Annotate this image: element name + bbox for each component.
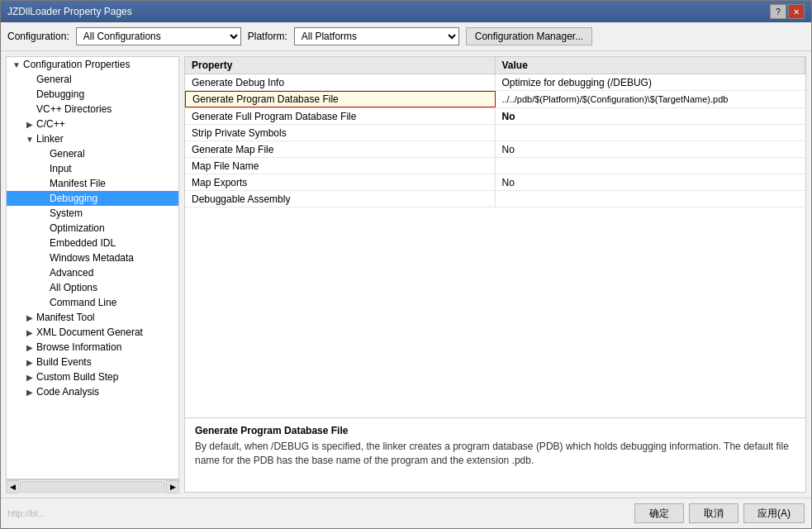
help-button[interactable]: ? xyxy=(770,4,786,19)
tree-item-debugging[interactable]: Debugging xyxy=(7,87,178,102)
tree-label-build-events: Build Events xyxy=(36,356,92,368)
tree-label-linker-windows-metadata: Windows Metadata xyxy=(50,252,134,264)
tree-label-linker-input: Input xyxy=(50,163,72,174)
scroll-left-button[interactable]: ◀ xyxy=(6,480,19,493)
prop-name-5: Map File Name xyxy=(185,158,496,174)
tree-item-config-props[interactable]: ▼Configuration Properties xyxy=(7,57,178,72)
cancel-button[interactable]: 取消 xyxy=(689,503,738,523)
prop-value-4: No xyxy=(496,141,806,157)
tree-item-manifest-tool[interactable]: ▶Manifest Tool xyxy=(7,310,178,325)
prop-value-2: No xyxy=(496,108,806,124)
tree-label-vc-dirs: VC++ Directories xyxy=(36,103,112,115)
ok-button[interactable]: 确定 xyxy=(634,503,684,523)
watermark: http://bl... xyxy=(7,508,45,518)
main-content: ▼Configuration PropertiesGeneralDebuggin… xyxy=(1,51,811,498)
prop-name-4: Generate Map File xyxy=(185,141,496,157)
tree-item-linker-windows-metadata[interactable]: Windows Metadata xyxy=(7,250,178,265)
tree-expander-xml-document[interactable]: ▶ xyxy=(23,328,36,337)
property-grid: PropertyValueGenerate Debug InfoOptimize… xyxy=(184,56,806,418)
tree-label-code-analysis: Code Analysis xyxy=(36,386,99,398)
tree-expander-cpp[interactable]: ▶ xyxy=(23,120,36,129)
scroll-right-button[interactable]: ▶ xyxy=(166,480,179,493)
tree-item-xml-document[interactable]: ▶XML Document Generat xyxy=(7,325,178,340)
title-bar-buttons: ? ✕ xyxy=(770,4,805,19)
prop-name-1: Generate Program Database File xyxy=(185,91,496,107)
property-pages-window: JZDllLoader Property Pages ? ✕ Configura… xyxy=(0,0,812,529)
tree-item-linker-debugging[interactable]: Debugging xyxy=(7,191,178,206)
toolbar: Configuration: All Configurations Platfo… xyxy=(1,22,811,51)
tree-item-linker-all-options[interactable]: All Options xyxy=(7,280,178,295)
prop-name-3: Strip Private Symbols xyxy=(185,125,496,141)
tree-label-linker-optimization: Optimization xyxy=(50,222,105,234)
tree-label-debugging: Debugging xyxy=(36,88,84,100)
tree-label-browse-info: Browse Information xyxy=(36,341,121,353)
tree-label-general: General xyxy=(36,74,72,85)
tree-item-linker[interactable]: ▼Linker xyxy=(7,131,178,146)
tree-item-linker-optimization[interactable]: Optimization xyxy=(7,221,178,236)
tree-expander-build-events[interactable]: ▶ xyxy=(23,358,36,367)
left-panel-container: ▼Configuration PropertiesGeneralDebuggin… xyxy=(6,56,179,493)
tree-item-code-analysis[interactable]: ▶Code Analysis xyxy=(7,384,178,399)
horizontal-scrollbar[interactable] xyxy=(20,481,165,493)
apply-button[interactable]: 应用(A) xyxy=(743,503,805,523)
tree-expander-custom-build[interactable]: ▶ xyxy=(23,373,36,382)
prop-grid-header: PropertyValue xyxy=(185,57,805,74)
tree-expander-linker[interactable]: ▼ xyxy=(23,135,36,144)
right-panel: PropertyValueGenerate Debug InfoOptimize… xyxy=(184,56,806,493)
prop-name-2: Generate Full Program Database File xyxy=(185,108,496,124)
tree-label-linker-embedded-idl: Embedded IDL xyxy=(50,237,116,249)
tree-label-linker-debugging: Debugging xyxy=(50,193,97,204)
prop-row-1[interactable]: Generate Program Database File../../pdb/… xyxy=(185,91,805,108)
tree-item-linker-manifest[interactable]: Manifest File xyxy=(7,176,178,191)
config-dropdown[interactable]: All Configurations xyxy=(76,27,241,45)
tree-label-linker-command-line: Command Line xyxy=(50,297,116,308)
config-manager-button[interactable]: Configuration Manager... xyxy=(466,27,592,45)
prop-row-7[interactable]: Debuggable Assembly xyxy=(185,191,805,207)
tree-item-general[interactable]: General xyxy=(7,72,178,87)
prop-row-3[interactable]: Strip Private Symbols xyxy=(185,125,805,141)
prop-row-2[interactable]: Generate Full Program Database FileNo xyxy=(185,108,805,125)
tree-expander-code-analysis[interactable]: ▶ xyxy=(23,388,36,397)
tree-item-linker-command-line[interactable]: Command Line xyxy=(7,295,178,310)
tree-item-linker-advanced[interactable]: Advanced xyxy=(7,265,178,280)
prop-value-1: ../../pdb/$(Platform)/$(Configuration)\$… xyxy=(496,91,806,107)
close-button[interactable]: ✕ xyxy=(788,4,805,19)
prop-value-3 xyxy=(496,125,806,141)
prop-name-0: Generate Debug Info xyxy=(185,74,496,90)
tree-item-linker-input[interactable]: Input xyxy=(7,161,178,176)
prop-header-cell-0: Property xyxy=(185,57,496,74)
watermark-area: http://bl... xyxy=(7,508,629,519)
tree-label-manifest-tool: Manifest Tool xyxy=(36,312,94,323)
tree-label-linker-system: System xyxy=(50,207,83,219)
tree-item-linker-embedded-idl[interactable]: Embedded IDL xyxy=(7,236,178,250)
tree-label-linker-all-options: All Options xyxy=(50,282,97,293)
platform-dropdown[interactable]: All Platforms xyxy=(294,27,459,45)
tree-label-linker-manifest: Manifest File xyxy=(50,178,106,189)
tree-item-custom-build[interactable]: ▶Custom Build Step xyxy=(7,369,178,384)
tree-expander-browse-info[interactable]: ▶ xyxy=(23,343,36,352)
tree-label-linker: Linker xyxy=(36,133,64,145)
tree-item-build-events[interactable]: ▶Build Events xyxy=(7,355,178,369)
tree-item-cpp[interactable]: ▶C/C++ xyxy=(7,117,178,131)
tree-expander-config-props[interactable]: ▼ xyxy=(10,60,23,69)
prop-row-0[interactable]: Generate Debug InfoOptimize for debuggin… xyxy=(185,74,805,91)
prop-row-6[interactable]: Map ExportsNo xyxy=(185,174,805,191)
tree-expander-manifest-tool[interactable]: ▶ xyxy=(23,313,36,322)
horizontal-scrollbar-area: ◀ ▶ xyxy=(6,479,179,493)
prop-name-7: Debuggable Assembly xyxy=(185,191,496,207)
prop-value-7 xyxy=(496,191,806,207)
tree-label-linker-general: General xyxy=(50,148,85,160)
desc-text: By default, when /DEBUG is specified, th… xyxy=(195,440,795,468)
title-bar: JZDllLoader Property Pages ? ✕ xyxy=(1,1,811,22)
description-panel: Generate Program Database File By defaul… xyxy=(184,418,806,493)
prop-row-5[interactable]: Map File Name xyxy=(185,158,805,174)
config-label: Configuration: xyxy=(7,31,69,42)
prop-row-4[interactable]: Generate Map FileNo xyxy=(185,141,805,158)
bottom-bar: http://bl... 确定 取消 应用(A) xyxy=(1,498,811,528)
tree-item-browse-info[interactable]: ▶Browse Information xyxy=(7,340,178,355)
prop-name-6: Map Exports xyxy=(185,174,496,190)
prop-value-0: Optimize for debugging (/DEBUG) xyxy=(496,74,806,90)
tree-item-linker-general[interactable]: General xyxy=(7,146,178,161)
tree-item-vc-dirs[interactable]: VC++ Directories xyxy=(7,102,178,117)
tree-item-linker-system[interactable]: System xyxy=(7,206,178,221)
